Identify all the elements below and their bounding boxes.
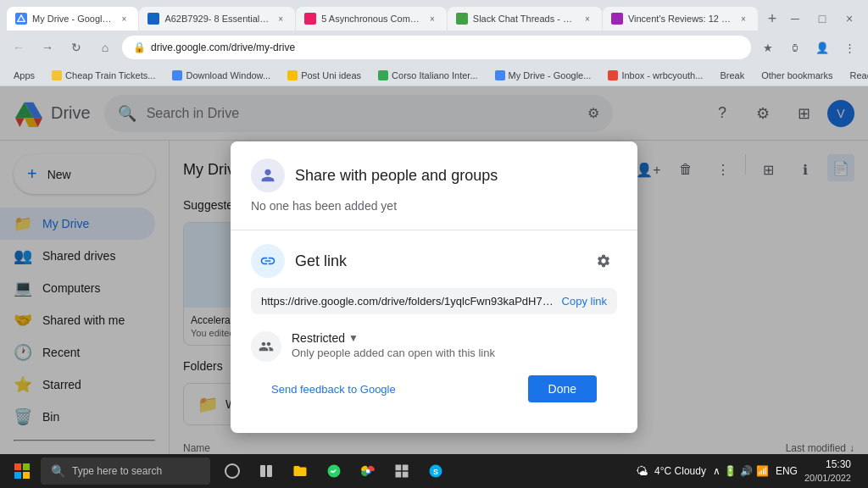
taskbar-task-view[interactable] <box>251 456 281 486</box>
svg-marker-0 <box>18 15 25 21</box>
bookmark-corso-label: Corso Italiano Inter... <box>392 70 478 80</box>
forward-button[interactable]: → <box>36 36 59 59</box>
tab-2[interactable]: A62B7929- 8 Essentials Way... × <box>139 7 295 30</box>
taskbar-right: 🌤 4°C Cloudy ∧ 🔋 🔊 📶 ENG 15:30 20/01/202… <box>636 458 861 485</box>
svg-rect-12 <box>403 472 409 478</box>
share-dialog-title: Share with people and groups <box>295 167 498 185</box>
new-tab-button[interactable]: + <box>762 7 782 30</box>
restriction-row: Restricted ▼ Only people added can open … <box>251 324 617 369</box>
up-arrow-icon[interactable]: ∧ <box>713 465 721 477</box>
tab-4[interactable]: Slack Chat Threads - Ecosia... × <box>448 7 602 30</box>
tab-2-close[interactable]: × <box>275 13 287 25</box>
taskbar-whatsapp[interactable] <box>319 456 349 486</box>
copy-link-button[interactable]: Copy link <box>562 295 607 308</box>
weather-icon: 🌤 <box>636 464 648 478</box>
bookmark-download-label: Download Window... <box>186 70 270 80</box>
tab-1[interactable]: My Drive - Google Drive × <box>7 7 138 30</box>
get-link-section: Get link https://drive.google.com/drive/… <box>231 230 637 433</box>
tab-5[interactable]: Vincent's Reviews: 12 Ways ... × <box>603 7 758 30</box>
bookmark-my-drive-label: My Drive - Google... <box>509 70 592 80</box>
bookmark-apps-label: Apps <box>14 70 35 80</box>
close-button[interactable]: × <box>837 7 861 30</box>
address-text: drive.google.com/drive/my-drive <box>151 42 295 53</box>
restriction-dropdown-arrow: ▼ <box>348 332 359 344</box>
network-icon[interactable]: 📶 <box>756 465 769 477</box>
share-people-icon <box>251 158 285 192</box>
system-tray-icons: ∧ 🔋 🔊 📶 <box>713 465 769 477</box>
bookmark-uni-label: Post Uni ideas <box>301 70 361 80</box>
bookmark-inbox-label: Inbox - wrbcyouth... <box>621 70 703 80</box>
bookmark-break[interactable]: Break <box>713 69 751 82</box>
tab-1-close[interactable]: × <box>118 13 130 25</box>
taskbar-windows[interactable] <box>387 456 417 486</box>
restriction-icon <box>251 331 281 362</box>
tab-1-label: My Drive - Google Drive <box>32 14 113 24</box>
profile-icon[interactable]: 👤 <box>810 36 834 59</box>
taskbar-apps: S <box>217 456 451 486</box>
tab-3[interactable]: 5 Asynchronous Communic... × <box>296 7 447 30</box>
bookmark-inbox[interactable]: Inbox - wrbcyouth... <box>601 69 709 82</box>
restriction-label-text: Restricted <box>292 331 345 345</box>
done-button[interactable]: Done <box>528 375 597 402</box>
maximize-button[interactable]: □ <box>810 7 834 30</box>
share-header: Share with people and groups <box>251 158 617 192</box>
minimize-button[interactable]: ─ <box>783 7 807 30</box>
get-link-left: Get link <box>251 244 347 278</box>
tab-5-close[interactable]: × <box>737 13 749 25</box>
bookmark-download[interactable]: Download Window... <box>165 69 277 82</box>
taskbar-search-text: Type here to search <box>72 465 162 477</box>
show-desktop-button[interactable] <box>858 458 861 485</box>
tab-3-close[interactable]: × <box>426 13 438 25</box>
taskbar-search-button[interactable] <box>217 456 248 486</box>
restriction-description: Only people added can open with this lin… <box>292 347 617 359</box>
modal-overlay[interactable]: Share with people and groups No one has … <box>0 86 868 488</box>
bookmark-reading[interactable]: Reading list <box>843 69 868 82</box>
taskbar-chrome[interactable] <box>353 456 383 486</box>
bookmark-uni[interactable]: Post Uni ideas <box>281 69 368 82</box>
taskbar-file-explorer[interactable] <box>285 456 315 486</box>
bookmarks-bar: Apps Cheap Train Tickets... Download Win… <box>0 64 868 86</box>
taskbar: 🔍 Type here to search <box>0 454 868 488</box>
bookmark-apps[interactable]: Apps <box>7 69 42 82</box>
bookmark-train-label: Cheap Train Tickets... <box>65 70 155 80</box>
extensions-icon[interactable]: ⧮ <box>783 36 807 59</box>
tab-3-label: 5 Asynchronous Communic... <box>321 14 421 24</box>
get-link-header: Get link <box>251 244 617 278</box>
link-url-text: https://drive.google.com/drive/folders/1… <box>261 295 555 308</box>
address-bar-row: ← → ↻ ⌂ 🔒 drive.google.com/drive/my-driv… <box>0 30 868 64</box>
bookmark-corso[interactable]: Corso Italiano Inter... <box>371 69 485 82</box>
back-button[interactable]: ← <box>7 36 31 59</box>
tab-bar: My Drive - Google Drive × A62B7929- 8 Es… <box>0 0 868 30</box>
menu-icon[interactable]: ⋮ <box>837 36 861 59</box>
share-section: Share with people and groups No one has … <box>231 141 637 230</box>
tab-4-close[interactable]: × <box>581 13 593 25</box>
taskbar-skype[interactable]: S <box>420 456 451 486</box>
bookmark-reading-label: Reading list <box>850 70 868 80</box>
bookmark-break-label: Break <box>720 70 744 80</box>
get-link-settings-icon[interactable] <box>590 247 617 274</box>
tab-2-label: A62B7929- 8 Essentials Way... <box>164 14 270 24</box>
bookmark-my-drive[interactable]: My Drive - Google... <box>488 69 598 82</box>
tab-5-label: Vincent's Reviews: 12 Ways ... <box>628 14 732 24</box>
svg-rect-3 <box>23 463 30 470</box>
browser-actions: ★ ⧮ 👤 ⋮ <box>756 36 861 59</box>
svg-rect-4 <box>14 472 21 479</box>
weather-text: 4°C Cloudy <box>654 465 706 477</box>
bookmark-other[interactable]: Other bookmarks <box>754 69 839 82</box>
taskbar-clock[interactable]: 15:30 20/01/2022 <box>804 458 851 484</box>
date-display: 20/01/2022 <box>804 472 851 484</box>
bookmark-icon[interactable]: ★ <box>756 36 780 59</box>
start-button[interactable] <box>7 456 37 486</box>
tab-4-label: Slack Chat Threads - Ecosia... <box>473 14 576 24</box>
feedback-link[interactable]: Send feedback to Google <box>271 383 396 396</box>
refresh-button[interactable]: ↻ <box>64 36 88 59</box>
restriction-label[interactable]: Restricted ▼ <box>292 331 617 345</box>
share-dialog-subtitle: No one has been added yet <box>251 199 617 213</box>
address-bar[interactable]: 🔒 drive.google.com/drive/my-drive <box>122 36 751 59</box>
speaker-icon[interactable]: 🔊 <box>740 465 753 477</box>
bookmark-train[interactable]: Cheap Train Tickets... <box>45 69 162 82</box>
svg-point-8 <box>366 469 370 474</box>
restriction-info: Restricted ▼ Only people added can open … <box>292 331 617 359</box>
home-button[interactable]: ⌂ <box>93 36 117 59</box>
taskbar-search-box[interactable]: 🔍 Type here to search <box>41 458 210 485</box>
